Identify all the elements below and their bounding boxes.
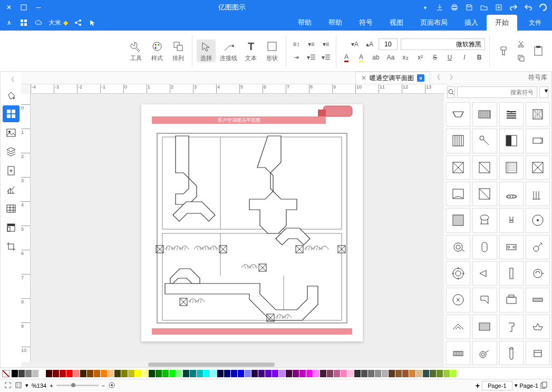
color-swatch[interactable] [231,370,237,377]
color-swatch[interactable] [114,370,121,377]
color-swatch[interactable] [142,370,148,377]
tab-start[interactable]: 开始 [487,15,517,31]
color-swatch[interactable] [423,370,429,377]
color-swatch[interactable] [272,370,278,377]
shapes-tool-icon[interactable] [3,105,20,122]
color-swatch[interactable] [149,370,155,377]
color-swatch[interactable] [245,370,251,377]
shape-item[interactable] [446,315,470,339]
shape-item[interactable] [526,182,550,206]
color-swatch[interactable] [128,370,134,377]
color-swatch[interactable] [327,370,333,377]
grid-icon[interactable] [19,18,28,27]
shape-item[interactable] [499,129,524,153]
color-swatch[interactable] [183,370,189,377]
bullets-icon[interactable]: ≡▾ [320,38,332,50]
color-swatch[interactable] [101,370,107,377]
color-swatch[interactable] [73,370,80,377]
shape-item[interactable] [526,208,550,232]
drawing-page[interactable]: 客户空调暖品平面图 [141,104,363,341]
font-select[interactable] [401,38,485,50]
connector-tool[interactable]: 连接线 [218,40,239,62]
font-color-icon[interactable]: A [341,52,352,63]
minimize-icon[interactable]: ─ [34,3,43,12]
subscript-icon[interactable]: x₂ [400,52,411,63]
color-swatch[interactable] [217,370,224,377]
color-swatch[interactable] [60,370,66,377]
shape-tool[interactable]: 形状 [263,40,282,62]
dropdown-icon[interactable]: ▾ [420,3,430,12]
shape-item[interactable] [472,315,497,339]
cursor-icon[interactable] [88,18,98,27]
shape-item[interactable] [472,182,497,206]
page-tab[interactable]: Page-1 [482,381,512,390]
color-swatch[interactable] [389,370,395,377]
zoom-in-icon[interactable]: + [50,383,53,389]
table-tool-icon[interactable] [3,200,20,217]
cut-icon[interactable] [515,38,527,50]
new-icon[interactable] [494,3,503,12]
color-swatch[interactable] [265,370,272,377]
color-swatch[interactable] [341,370,347,377]
shape-item[interactable] [526,288,550,312]
color-swatch[interactable] [279,370,285,377]
zoom-slider[interactable] [56,385,99,386]
tab-view[interactable]: 视图 [381,15,412,31]
horizontal-scrollbar[interactable] [21,362,444,367]
color-swatch[interactable] [156,370,162,377]
paste-button[interactable] [529,44,548,58]
undo-icon[interactable] [524,3,533,12]
doc-tab[interactable]: e 暖通空调平面图 ✕ [355,72,430,84]
shape-item[interactable] [526,261,550,286]
shape-item[interactable] [499,261,524,286]
pages-icon[interactable] [540,381,548,390]
zoom-out-icon[interactable]: − [102,383,105,389]
shape-item[interactable] [526,235,550,259]
close-icon[interactable]: ✕ [4,3,14,12]
color-swatch[interactable] [437,370,443,377]
strike-icon[interactable]: S [429,52,441,63]
color-swatch[interactable] [299,370,306,377]
color-swatch[interactable] [395,370,402,377]
color-swatch[interactable] [46,370,52,377]
shape-item[interactable] [446,129,470,153]
italic-icon[interactable]: I [459,52,470,63]
color-swatch[interactable] [32,370,38,377]
bold-icon[interactable]: B [473,52,485,63]
case-icon[interactable]: Aa [385,52,396,63]
canvas-viewport[interactable]: 客户空调暖品平面图 [31,94,444,362]
shape-item[interactable] [526,102,550,126]
numbering-icon[interactable]: ☰▾ [320,52,332,63]
page-dropdown-icon[interactable]: ▾ [515,382,518,389]
shape-item[interactable] [472,261,497,286]
shape-search-input[interactable] [457,86,537,98]
shape-item[interactable] [499,102,524,126]
color-swatch[interactable] [121,370,128,377]
fill-tool-icon[interactable] [3,86,20,103]
fit-page-icon[interactable] [15,381,22,390]
tools-tool[interactable]: 工具 [127,40,146,62]
tab-insert[interactable]: 插入 [456,15,487,31]
shape-item[interactable] [472,208,497,232]
save-icon[interactable] [464,3,474,12]
color-swatch[interactable] [94,370,100,377]
increase-font-icon[interactable]: A▴ [364,38,375,50]
color-swatch[interactable] [334,370,340,377]
shape-item[interactable] [472,155,497,180]
maximize-icon[interactable] [19,3,28,12]
shape-item[interactable] [446,102,470,126]
color-swatch[interactable] [210,370,217,377]
print-icon[interactable] [450,3,459,12]
color-swatch[interactable] [416,370,422,377]
color-swatch[interactable] [450,370,457,377]
color-swatch[interactable] [204,370,210,377]
tab-symbol[interactable]: 符号 [351,15,381,31]
template-tool-icon[interactable] [3,219,20,236]
shape-item[interactable] [526,315,550,339]
decrease-font-icon[interactable]: A▾ [349,38,361,50]
copy-icon[interactable] [515,52,527,64]
color-swatch[interactable] [162,370,169,377]
font-size-select[interactable] [379,38,398,50]
shape-item[interactable] [446,288,470,312]
zoom-dropdown-icon[interactable]: ▾ [25,382,28,389]
